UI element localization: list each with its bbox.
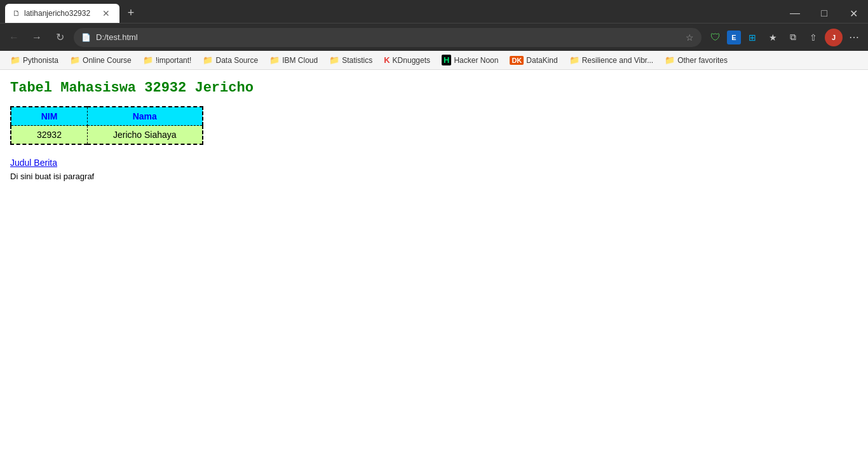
table-header-nama: Nama xyxy=(87,107,202,126)
tab-close-button[interactable]: ✕ xyxy=(100,8,112,19)
folder-icon: 📁 xyxy=(143,55,153,65)
bookmark-label: !important! xyxy=(156,56,192,65)
address-bar: ← → ↻ 📄 D:/test.html ☆ 🛡 E ⊞ ★ ⧉ ⇧ J ⋯ xyxy=(0,23,868,51)
hackernoon-icon: H xyxy=(442,55,451,65)
extension-windows-icon[interactable]: ⊞ xyxy=(743,29,761,46)
page-heading: Tabel Mahasiswa 32932 Jericho xyxy=(10,80,858,96)
bookmark-important[interactable]: 📁 !important! xyxy=(138,53,197,67)
bookmark-other-favorites[interactable]: 📁 Other favorites xyxy=(660,53,733,67)
collections-icon[interactable]: ⧉ xyxy=(784,29,802,46)
tab-title: latihanjericho32932 xyxy=(24,9,97,18)
news-paragraph: Di sini buat isi paragraf xyxy=(10,172,858,181)
bookmark-star-icon[interactable]: ☆ xyxy=(686,32,694,43)
folder-icon: 📁 xyxy=(269,55,280,65)
folder-icon: 📁 xyxy=(329,55,339,65)
bookmark-kdnuggets[interactable]: K KDnuggets xyxy=(379,53,435,67)
maximize-button[interactable]: □ xyxy=(810,4,839,23)
folder-icon: 📁 xyxy=(10,55,20,65)
bookmark-pythonista[interactable]: 📁 Pythonista xyxy=(5,53,64,67)
datakind-icon: DK xyxy=(510,56,524,65)
bookmark-label: Online Course xyxy=(83,56,132,65)
bookmark-online-course[interactable]: 📁 Online Course xyxy=(65,53,137,67)
extension-e-icon[interactable]: E xyxy=(727,31,741,44)
bookmark-datakind[interactable]: DK DataKind xyxy=(505,54,562,67)
folder-icon: 📁 xyxy=(569,55,580,65)
toolbar-icons: 🛡 E ⊞ ★ ⧉ ⇧ J ⋯ xyxy=(707,29,863,46)
tab-page-icon: 🗋 xyxy=(13,9,20,18)
folder-icon: 📁 xyxy=(70,55,80,65)
security-icon: 📄 xyxy=(81,33,91,42)
profile-icon[interactable]: J xyxy=(825,29,843,46)
new-tab-button[interactable]: + xyxy=(122,4,140,22)
news-link[interactable]: Judul Berita xyxy=(10,158,858,168)
table-row: 32932 Jericho Siahaya xyxy=(11,126,203,145)
folder-icon: 📁 xyxy=(665,55,675,65)
favorites-icon[interactable]: ★ xyxy=(764,29,782,46)
window-controls: — □ ✕ xyxy=(780,4,868,23)
bookmarks-bar: 📁 Pythonista 📁 Online Course 📁 !importan… xyxy=(0,51,868,70)
table-header-nim: NIM xyxy=(11,107,87,126)
bookmark-resilience[interactable]: 📁 Resilience and Vibr... xyxy=(564,53,659,67)
bookmark-label: Pythonista xyxy=(23,56,58,65)
bookmark-label: IBM Cloud xyxy=(282,56,318,65)
student-table: NIM Nama 32932 Jericho Siahaya xyxy=(10,106,203,145)
bookmark-label: Data Source xyxy=(215,56,258,65)
folder-icon: 📁 xyxy=(203,55,213,65)
bookmark-label: Other favorites xyxy=(677,56,728,65)
bookmark-label: Resilience and Vibr... xyxy=(582,56,654,65)
bookmark-label: KDnuggets xyxy=(393,56,430,65)
bookmark-ibm-cloud[interactable]: 📁 IBM Cloud xyxy=(264,53,323,67)
minimize-button[interactable]: — xyxy=(780,4,810,23)
table-cell-nama: Jericho Siahaya xyxy=(87,126,202,145)
bookmark-data-source[interactable]: 📁 Data Source xyxy=(198,53,263,67)
extension-shield-icon[interactable]: 🛡 xyxy=(707,29,724,46)
page-content: Tabel Mahasiswa 32932 Jericho NIM Nama 3… xyxy=(0,70,868,469)
address-text: D:/test.html xyxy=(96,32,681,42)
bookmark-label: Statistics xyxy=(342,56,372,65)
close-button[interactable]: ✕ xyxy=(839,4,868,23)
bookmark-label: DataKind xyxy=(526,56,557,65)
more-options-button[interactable]: ⋯ xyxy=(845,29,863,46)
forward-button[interactable]: → xyxy=(28,29,46,46)
share-icon[interactable]: ⇧ xyxy=(804,29,822,46)
bookmark-label: Hacker Noon xyxy=(454,56,498,65)
table-cell-nim: 32932 xyxy=(11,126,87,145)
active-tab[interactable]: 🗋 latihanjericho32932 ✕ xyxy=(5,4,119,23)
back-button[interactable]: ← xyxy=(5,29,23,46)
bookmark-statistics[interactable]: 📁 Statistics xyxy=(324,53,377,67)
reload-button[interactable]: ↻ xyxy=(51,29,69,46)
bookmark-hacker-noon[interactable]: H Hacker Noon xyxy=(437,53,503,67)
kdnuggets-icon: K xyxy=(384,55,390,65)
address-input[interactable]: 📄 D:/test.html ☆ xyxy=(74,28,702,47)
